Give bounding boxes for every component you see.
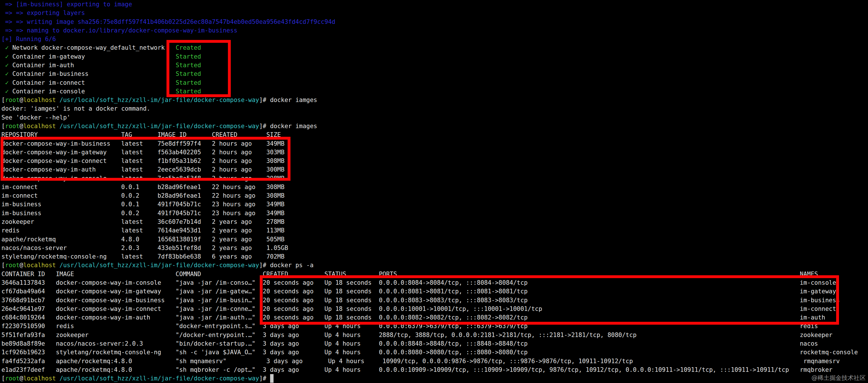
compose-status-im-connect: ✓ Container im-connect Started bbox=[1, 79, 858, 87]
watermark: @稀土掘金技术社区 bbox=[811, 374, 866, 382]
images-row-redis: redis latest 7614ae9453d1 2 years ago 11… bbox=[1, 226, 858, 235]
compose-running-line: [+] Running 6/6 bbox=[1, 35, 858, 43]
ps-row-im-business: 37668d91bcb7 docker-compose-way-im-busin… bbox=[1, 296, 858, 304]
images-row-im-business-latest: docker-compose-way-im-business latest 75… bbox=[1, 139, 858, 148]
error-not-a-command-line: docker: 'iamges' is not a docker command… bbox=[1, 104, 858, 113]
images-row-rocketmq: apache/rocketmq 4.8.0 16568138019f 2 yea… bbox=[1, 235, 858, 244]
build-naming-line: => => naming to docker.io/library/docker… bbox=[1, 26, 858, 35]
build-layers-line: => => exporting layers bbox=[1, 9, 858, 17]
images-row-im-connect-001: im-connect 0.0.1 b28ad96feae1 22 hours a… bbox=[1, 183, 858, 192]
images-header-row: REPOSITORY TAG IMAGE ID CREATED SIZE bbox=[1, 130, 858, 139]
compose-status-im-auth: ✓ Container im-auth Started bbox=[1, 61, 858, 69]
ps-row-redis: f22307510590 redis "docker-entrypoint.s…… bbox=[1, 322, 858, 330]
terminal-screen[interactable]: => [im-business] exporting to image => =… bbox=[1, 0, 858, 383]
images-row-im-gateway-latest: docker-compose-way-im-gateway latest f56… bbox=[1, 148, 858, 156]
compose-status-im-console: ✓ Container im-console Started bbox=[1, 87, 858, 96]
ps-row-im-console: 3646a1137843 docker-compose-way-im-conso… bbox=[1, 278, 858, 287]
error-see-help-line: See 'docker --help' bbox=[1, 113, 858, 122]
build-exporting-line: => [im-business] exporting to image bbox=[1, 0, 858, 9]
prompt-docker-iamges: [root@localhost /usr/local/soft_hzz/xzll… bbox=[1, 96, 858, 104]
ps-row-nacos: be89d8a8f89e nacos/nacos-server:2.0.3 "b… bbox=[1, 339, 858, 348]
images-row-im-connect-002: im-connect 0.0.2 b28ad96feae1 22 hours a… bbox=[1, 192, 858, 200]
build-write-image-line: => => writing image sha256:75e8dff597f41… bbox=[1, 18, 858, 26]
ps-row-rmqbroker: e1ad23f7deef apache/rocketmq:4.8.0 "sh m… bbox=[1, 365, 858, 374]
images-row-im-auth-latest: docker-compose-way-im-auth latest 2eece5… bbox=[1, 165, 858, 174]
prompt-docker-images: [root@localhost /usr/local/soft_hzz/xzll… bbox=[1, 122, 858, 130]
compose-status-im-gateway: ✓ Container im-gateway Started bbox=[1, 52, 858, 61]
compose-status-network: ✓ Network docker-compose-way_default_net… bbox=[1, 43, 858, 52]
compose-status-im-business: ✓ Container im-business Started bbox=[1, 69, 858, 78]
images-row-im-console-latest: docker-compose-way-im-console latest 7ce… bbox=[1, 174, 858, 183]
ps-row-im-auth: c684c8019264 docker-compose-way-im-auth … bbox=[1, 313, 858, 322]
ps-row-im-connect: 26e4c9641e97 docker-compose-way-im-conne… bbox=[1, 304, 858, 313]
images-row-im-business-002: im-business 0.0.2 491f7045b71c 23 hours … bbox=[1, 209, 858, 217]
prompt-docker-ps: [root@localhost /usr/local/soft_hzz/xzll… bbox=[1, 261, 858, 269]
ps-row-rocketmq-console: 1cf926b19623 styletang/rocketmq-console-… bbox=[1, 348, 858, 357]
ps-row-im-gateway: cf67dba49a64 docker-compose-way-im-gatew… bbox=[1, 287, 858, 296]
images-row-nacos: nacos/nacos-server 2.0.3 433eb51fef8d 2 … bbox=[1, 244, 858, 252]
ps-row-zookeeper: 5f51fefa93fa zookeeper "/docker-entrypoi… bbox=[1, 331, 858, 339]
prompt-idle: [root@localhost /usr/local/soft_hzz/xzll… bbox=[1, 374, 858, 383]
images-row-rocketmq-console: styletang/rocketmq-console-ng latest 7df… bbox=[1, 252, 858, 261]
images-row-im-connect-latest: docker-compose-way-im-connect latest f1b… bbox=[1, 156, 858, 165]
images-row-zookeeper: zookeeper latest 36c607e7b14d 2 years ag… bbox=[1, 217, 858, 226]
images-row-im-business-001: im-business 0.0.1 491f7045b71c 23 hours … bbox=[1, 200, 858, 209]
ps-header-row: CONTAINER ID IMAGE COMMAND CREATED STATU… bbox=[1, 270, 858, 278]
ps-row-rmqnamesrv: fa4fd5232afa apache/rocketmq:4.8.0 "sh m… bbox=[1, 357, 858, 365]
cursor bbox=[270, 374, 274, 383]
